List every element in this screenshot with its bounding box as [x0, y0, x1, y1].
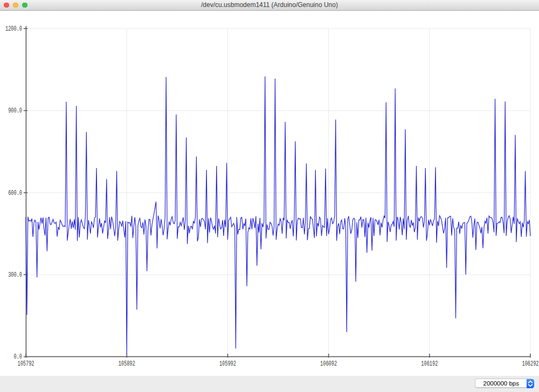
svg-text:1200.0: 1200.0	[5, 25, 22, 32]
svg-text:106292: 106292	[522, 360, 538, 367]
svg-text:106092: 106092	[320, 360, 337, 367]
svg-text:105992: 105992	[219, 360, 236, 367]
svg-text:105792: 105792	[17, 360, 34, 367]
svg-text:300.0: 300.0	[8, 271, 22, 279]
svg-text:900.0: 900.0	[8, 107, 22, 115]
svg-text:106192: 106192	[421, 360, 438, 367]
svg-text:105892: 105892	[119, 360, 135, 367]
svg-text:600.0: 600.0	[8, 189, 22, 197]
